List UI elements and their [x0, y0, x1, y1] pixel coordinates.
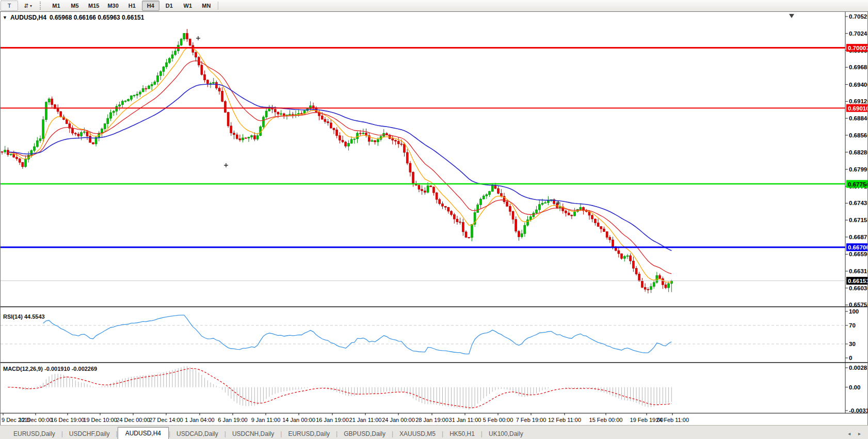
- price-tick: 0.66310: [849, 268, 867, 274]
- price-tick: 0.67435: [849, 200, 867, 206]
- svg-text:0.66151: 0.66151: [848, 278, 867, 284]
- price-tick: 0.69685: [849, 64, 867, 70]
- chart-tab-usdcad-daily[interactable]: USDCAD,Daily: [170, 429, 224, 439]
- price-tick: 0.68560: [849, 132, 867, 138]
- mt4-terminal: T ⇵ ▾ M1M5M15M30H1H4D1W1MN 0.705250.7024…: [0, 0, 868, 439]
- price-tick: 0.67995: [849, 166, 867, 173]
- timeframe-button-m5[interactable]: M5: [66, 1, 84, 11]
- price-tick: 0.66030: [849, 285, 867, 291]
- svg-text:0.69010: 0.69010: [848, 105, 867, 112]
- chart-window: 0.705250.702450.699650.696850.694000.691…: [0, 11, 868, 426]
- chart-tabs: EURUSD,Daily|USDCHF,Daily|AUDUSD,H4|USDC…: [7, 427, 529, 439]
- chart-tab-uk100-daily[interactable]: UK100,Daily: [483, 429, 529, 439]
- arrows-icon: ⇵: [24, 3, 28, 9]
- timeframe-button-h4[interactable]: H4: [142, 1, 159, 11]
- time-tick: 6 Jan 19:00: [218, 417, 248, 423]
- timeframe-toolbar: T ⇵ ▾ M1M5M15M30H1H4D1W1MN: [0, 0, 868, 12]
- svg-text:100: 100: [849, 308, 859, 315]
- macd-label: MACD(12,26,9) -0.001910 -0.002269: [3, 366, 97, 372]
- price-tick: 0.70245: [849, 30, 867, 37]
- time-tick: 9 Jan 11:00: [251, 417, 281, 423]
- chart-tab-usdchf-daily[interactable]: USDCHF,Daily: [63, 429, 116, 439]
- time-tick: 24 Jan 00:00: [382, 417, 415, 423]
- time-tick: 15 Feb 00:00: [589, 417, 623, 423]
- time-tick: 16 Dec 19:00: [51, 417, 84, 423]
- time-tick: 16 Jan 19:00: [316, 417, 349, 423]
- time-tick: 24 Feb 11:00: [656, 417, 689, 423]
- time-tick: 1 Jan 04:00: [185, 417, 215, 423]
- price-tick: 0.66875: [849, 234, 867, 240]
- price-tick: 0.68280: [849, 149, 867, 155]
- svg-text:0.70007: 0.70007: [848, 45, 867, 51]
- svg-text:30: 30: [849, 341, 856, 347]
- svg-text:0.67754: 0.67754: [848, 181, 867, 187]
- arrows-tool-button[interactable]: ⇵ ▾: [19, 1, 37, 11]
- price-tick: 0.66590: [849, 251, 867, 257]
- time-tick: 31 Jan 11:00: [449, 417, 481, 423]
- rsi-label: RSI(14) 44.5543: [3, 313, 45, 320]
- symbol-label: AUDUSD,H4: [10, 14, 46, 21]
- chart-tab-audusd-h4[interactable]: AUDUSD,H4: [118, 427, 169, 439]
- price-tick: 0.65750: [849, 302, 867, 308]
- price-tick: 0.69120: [849, 98, 867, 104]
- chart-tab-eurusd-daily[interactable]: EURUSD,Daily: [282, 429, 336, 439]
- timeframe-button-d1[interactable]: D1: [160, 1, 178, 11]
- price-tick: 0.67155: [849, 217, 867, 223]
- chart-title: ▼ AUDUSD,H4 0.65968 0.66166 0.65963 0.66…: [3, 14, 144, 21]
- svg-text:70: 70: [849, 322, 856, 328]
- timeframe-button-mn[interactable]: MN: [198, 1, 215, 11]
- tab-scroll-arrows[interactable]: ◂ ▸: [848, 431, 864, 439]
- time-tick: 12 Feb 11:00: [548, 417, 581, 423]
- price-tick: 0.68840: [849, 115, 867, 121]
- timeframe-button-m15[interactable]: M15: [85, 1, 103, 11]
- text-tool-button[interactable]: T: [1, 1, 18, 11]
- time-tick: 5 Feb 00:00: [483, 417, 513, 423]
- collapse-icon[interactable]: ▼: [3, 15, 7, 20]
- timeframe-button-m1[interactable]: M1: [47, 1, 65, 11]
- price-tick: 0.70525: [849, 13, 867, 20]
- time-tick: 24 Dec 00:00: [116, 417, 150, 423]
- time-tick: 12 Dec 00:00: [19, 417, 52, 423]
- svg-text:0.002817: 0.002817: [849, 365, 867, 371]
- toolbar-separator: [218, 2, 218, 10]
- chart-tab-eurusd-daily[interactable]: EURUSD,Daily: [7, 429, 61, 439]
- chart-tab-hk50-h1[interactable]: HK50,H1: [443, 429, 481, 439]
- chart-tab-gbpusd-daily[interactable]: GBPUSD,Daily: [337, 429, 392, 439]
- chart-canvas[interactable]: 0.705250.702450.699650.696850.694000.691…: [1, 12, 867, 424]
- svg-text:0: 0: [849, 355, 852, 361]
- timeframe-button-w1[interactable]: W1: [179, 1, 197, 11]
- time-tick: 7 Feb 19:00: [516, 417, 546, 423]
- chevron-down-icon: ▾: [30, 4, 32, 8]
- svg-text:-0.003179: -0.003179: [849, 407, 867, 414]
- time-tick: 27 Dec 14:00: [149, 417, 183, 423]
- svg-text:0.00: 0.00: [849, 384, 860, 390]
- price-tick: 0.69400: [849, 82, 867, 88]
- time-tick: 19 Dec 10:00: [83, 417, 117, 423]
- time-tick: 14 Jan 00:00: [282, 417, 315, 423]
- chart-tab-usdcnh-daily[interactable]: USDCNH,Daily: [226, 429, 280, 439]
- timeframe-button-h1[interactable]: H1: [123, 1, 141, 11]
- chart-tab-xauusd-m5[interactable]: XAUUSD,M5: [393, 429, 442, 439]
- chart-tab-bar: EURUSD,Daily|USDCHF,Daily|AUDUSD,H4|USDC…: [0, 425, 868, 439]
- time-tick: 21 Jan 11:00: [349, 417, 382, 423]
- time-tick: 28 Jan 19:00: [415, 417, 448, 423]
- svg-text:0.66706: 0.66706: [848, 244, 867, 250]
- timeframe-buttons: M1M5M15M30H1H4D1W1MN: [47, 1, 216, 11]
- toolbar-grip[interactable]: [40, 2, 44, 10]
- ohlc-readout: 0.65968 0.66166 0.65963 0.66151: [50, 14, 144, 21]
- timeframe-button-m30[interactable]: M30: [104, 1, 122, 11]
